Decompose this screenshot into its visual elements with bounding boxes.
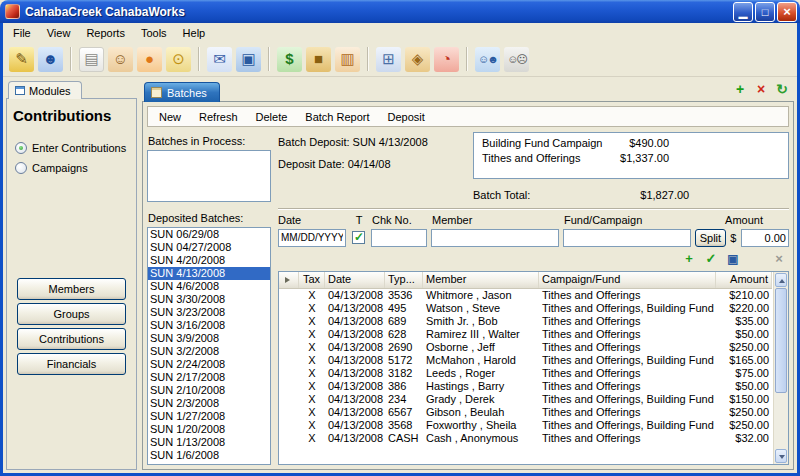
add-entry-icon[interactable]: +: [681, 251, 697, 267]
cell-fund: Tithes and Offerings, Building Fund ...: [539, 419, 716, 432]
minimize-button[interactable]: ▁: [733, 2, 753, 22]
menubar: FileViewReportsToolsHelp: [3, 23, 797, 42]
deposited-batch-item[interactable]: SUN 1/6/2008: [148, 449, 270, 462]
table-scrollbar[interactable]: [773, 272, 788, 464]
table-row[interactable]: X 04/13/2008 3182 Leeds , Roger Tithes a…: [279, 367, 772, 380]
mail-icon[interactable]: ✉: [207, 47, 232, 72]
close-button[interactable]: ×: [777, 2, 797, 22]
batches-in-process-list[interactable]: [147, 150, 271, 202]
tab-modules[interactable]: Modules: [8, 81, 82, 99]
split-button[interactable]: Split: [695, 229, 726, 247]
deposited-batch-item[interactable]: SUN 4/20/2008: [148, 254, 270, 267]
menu-item[interactable]: View: [39, 25, 79, 41]
deposited-batch-item[interactable]: SUN 3/16/2008: [148, 319, 270, 332]
spreadsheet-icon[interactable]: ⊞: [376, 47, 401, 72]
deposited-batch-item[interactable]: SUN 2/17/2008: [148, 371, 270, 384]
deposited-batch-item[interactable]: SUN 4/6/2008: [148, 280, 270, 293]
table-row[interactable]: X 04/13/2008 3536 Whitmore , Jason Tithe…: [279, 289, 772, 302]
register-icon[interactable]: ▥: [335, 47, 360, 72]
deposited-batch-item[interactable]: SUN 4/13/2008: [148, 267, 270, 280]
table-row[interactable]: X 04/13/2008 689 Smith Jr. , Bob Tithes …: [279, 315, 772, 328]
deposited-batch-item[interactable]: SUN 3/23/2008: [148, 306, 270, 319]
tax-checkbox[interactable]: [352, 231, 365, 244]
cell-fund: Tithes and Offerings: [539, 289, 716, 302]
alarm-clock-icon[interactable]: ◔: [434, 47, 459, 72]
table-row[interactable]: X 04/13/2008 6567 Gibson , Beulah Tithes…: [279, 406, 772, 419]
deposited-batch-item[interactable]: SUN 1/27/2008: [148, 410, 270, 423]
deposited-batch-item[interactable]: SUN 04/27/2008: [148, 241, 270, 254]
delete-batch-icon[interactable]: ×: [753, 81, 769, 97]
summary-fund: Tithes and Offerings: [482, 151, 607, 166]
box-icon[interactable]: ▣: [236, 47, 261, 72]
notes-icon[interactable]: ✎: [9, 47, 34, 72]
pills-icon[interactable]: ●: [137, 47, 162, 72]
refresh-batches-icon[interactable]: ↻: [774, 81, 790, 97]
deposited-batch-item[interactable]: SUN 2/3/2008: [148, 397, 270, 410]
entry-member-input[interactable]: [431, 229, 559, 247]
scroll-up-icon[interactable]: [775, 273, 787, 287]
menu-item[interactable]: Tools: [133, 25, 175, 41]
add-batch-icon[interactable]: +: [732, 81, 748, 97]
tab-batches[interactable]: Batches: [144, 82, 220, 102]
radio-campaigns[interactable]: Campaigns: [15, 162, 128, 174]
table-row[interactable]: X 04/13/2008 628 Ramirez III , Walter Ti…: [279, 328, 772, 341]
table-row[interactable]: X 04/13/2008 CASH Cash , Anonymous Tithe…: [279, 432, 772, 445]
entry-fund-input[interactable]: [563, 229, 691, 247]
scrollbar-thumb[interactable]: [775, 288, 787, 393]
members-icon[interactable]: ☻: [38, 47, 63, 72]
theater-masks-icon[interactable]: ☺☹: [504, 47, 529, 72]
table-row[interactable]: X 04/13/2008 5172 McMahon , Harold Tithe…: [279, 354, 772, 367]
cell-date: 04/13/2008: [325, 406, 385, 419]
column-header-type[interactable]: Typ...: [385, 272, 423, 288]
column-header-member[interactable]: Member: [423, 272, 539, 288]
gift-icon[interactable]: ◈: [405, 47, 430, 72]
deposited-batch-item[interactable]: SUN 3/9/2008: [148, 332, 270, 345]
menu-item[interactable]: Help: [175, 25, 214, 41]
table-row[interactable]: X 04/13/2008 386 Hastings , Barry Tithes…: [279, 380, 772, 393]
menu-item[interactable]: Reports: [78, 25, 133, 41]
scroll-down-icon[interactable]: [775, 449, 787, 463]
entry-amount-input[interactable]: [741, 229, 789, 247]
action-menu-item[interactable]: Deposit: [379, 109, 434, 125]
document-icon[interactable]: ▤: [79, 47, 104, 72]
column-header-tax[interactable]: Tax: [299, 272, 325, 288]
treasure-chest-icon[interactable]: ■: [306, 47, 331, 72]
deposited-batch-item[interactable]: SUN 1/13/2008: [148, 436, 270, 449]
deposited-batch-item[interactable]: SUN 3/2/2008: [148, 345, 270, 358]
cancel-entry-icon[interactable]: ×: [771, 251, 787, 267]
deposited-batch-item[interactable]: SUN 2/24/2008: [148, 358, 270, 371]
people-talking-icon[interactable]: ☺☻: [475, 47, 500, 72]
table-row[interactable]: X 04/13/2008 234 Grady , Derek Tithes an…: [279, 393, 772, 406]
deposited-batch-item[interactable]: SUN 2/10/2008: [148, 384, 270, 397]
table-row[interactable]: X 04/13/2008 495 Watson , Steve Tithes a…: [279, 302, 772, 315]
module-button[interactable]: Members: [17, 278, 126, 300]
contributions-icon[interactable]: $: [277, 47, 302, 72]
action-menu-item[interactable]: New: [150, 109, 190, 125]
column-header-fund[interactable]: Campaign/Fund: [539, 272, 716, 288]
table-row[interactable]: X 04/13/2008 3568 Foxworthy , Sheila Tit…: [279, 419, 772, 432]
column-header-date[interactable]: Date: [325, 272, 385, 288]
keys-icon[interactable]: ⊙: [166, 47, 191, 72]
module-button[interactable]: Contributions: [17, 328, 126, 350]
deposited-batch-item[interactable]: SUN 06/29/08: [148, 228, 270, 241]
accept-entry-icon[interactable]: ✓: [703, 251, 719, 267]
module-button[interactable]: Financials: [17, 353, 126, 375]
menu-item[interactable]: File: [5, 25, 39, 41]
column-header-amount[interactable]: Amount: [716, 272, 772, 288]
action-menu-item[interactable]: Delete: [247, 109, 297, 125]
action-menu-item[interactable]: Refresh: [190, 109, 247, 125]
deposited-batch-item[interactable]: SUN 1/20/2008: [148, 423, 270, 436]
cell-member: McMahon , Harold: [423, 354, 539, 367]
new-entry-window-icon[interactable]: ▣: [725, 251, 741, 267]
maximize-button[interactable]: □: [755, 2, 775, 22]
families-icon[interactable]: ☺: [108, 47, 133, 72]
scrollbar-track[interactable]: [775, 394, 787, 449]
action-menu-item[interactable]: Batch Report: [296, 109, 378, 125]
radio-enter-contributions[interactable]: Enter Contributions: [15, 142, 128, 154]
table-row[interactable]: X 04/13/2008 2690 Osborne , Jeff Tithes …: [279, 341, 772, 354]
row-selector-column-header[interactable]: [279, 272, 299, 288]
deposited-batch-item[interactable]: SUN 3/30/2008: [148, 293, 270, 306]
entry-date-input[interactable]: [278, 229, 346, 247]
module-button[interactable]: Groups: [17, 303, 126, 325]
entry-check-no-input[interactable]: [371, 229, 427, 247]
